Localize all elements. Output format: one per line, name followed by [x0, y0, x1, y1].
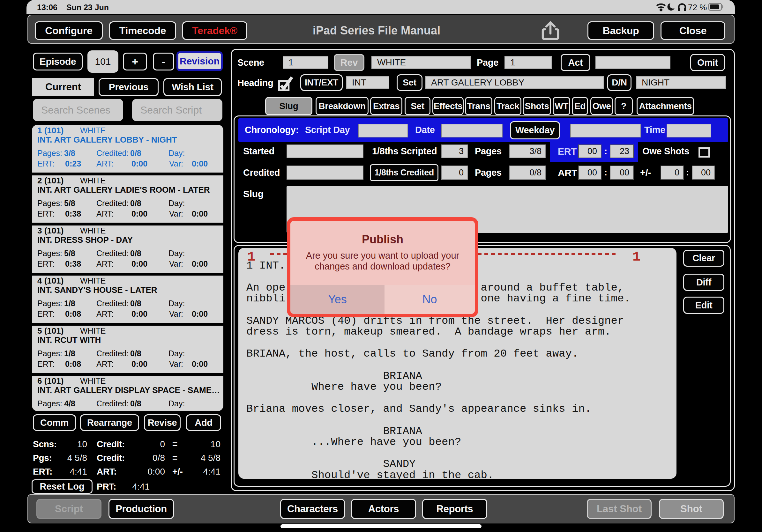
svg-text:72 %: 72 % [688, 3, 707, 12]
